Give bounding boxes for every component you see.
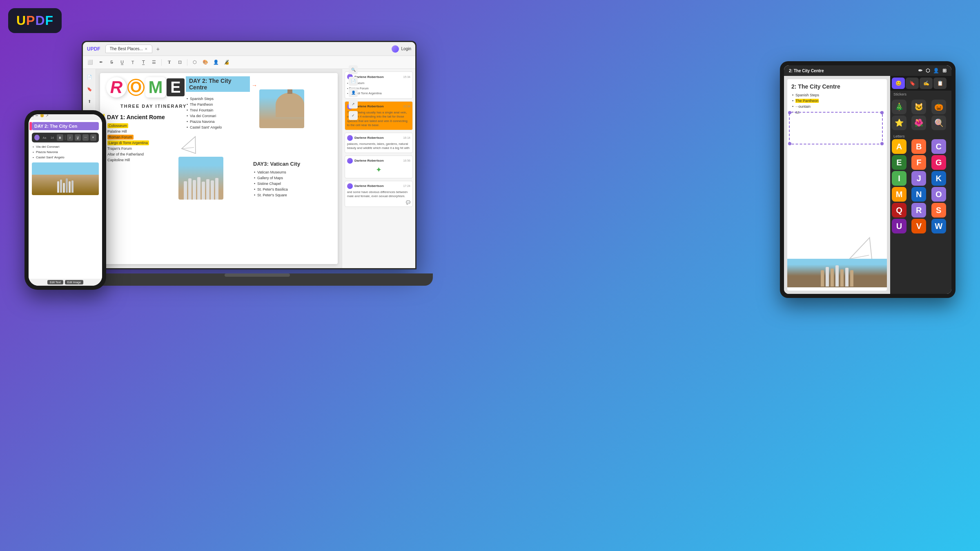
sticker-tab-stamp[interactable]: 🔖: [906, 78, 919, 89]
tablet-user-icon[interactable]: 👤: [933, 68, 939, 73]
column: [202, 182, 205, 200]
edit-text-button[interactable]: Edit Text: [47, 280, 63, 284]
toolbar-select-icon[interactable]: ⬜: [86, 58, 94, 67]
sticker-tab-emoji[interactable]: 😊: [892, 78, 905, 89]
sticker-tabs: 😊 🔖 ✍ 📋: [890, 76, 951, 91]
tab-close-icon[interactable]: ✕: [145, 47, 148, 51]
day2-box: DAY 2: The City Centre → Spanish Steps T…: [186, 76, 257, 130]
letter-E[interactable]: E: [892, 155, 906, 170]
letter-R[interactable]: R: [911, 203, 926, 218]
sidebar-upload-icon[interactable]: ⬆: [85, 97, 94, 106]
tablet-sticker-icon[interactable]: ⬡: [926, 68, 930, 73]
user-add-icon[interactable]: 👤: [349, 88, 358, 97]
letter-N[interactable]: N: [911, 187, 926, 202]
active-tab[interactable]: The Best Places... ✕: [105, 44, 152, 53]
letter-K[interactable]: K: [931, 171, 946, 186]
sticker-tab-other[interactable]: 📋: [933, 78, 947, 89]
page-icon[interactable]: 📄: [349, 77, 358, 86]
new-tab-button[interactable]: +: [154, 45, 162, 53]
login-button[interactable]: Login: [392, 45, 411, 53]
toolbar-strikethrough-icon[interactable]: S̶: [107, 58, 116, 67]
sticker-item[interactable]: 🍭: [931, 116, 946, 130]
bold-btn[interactable]: B: [57, 134, 63, 141]
tablet-grid-icon[interactable]: ⊞: [942, 68, 947, 73]
tablet-day2-list: Spanish Steps The Pantheon ···ountain az…: [791, 92, 883, 115]
phone-sticker-icon[interactable]: 😊: [40, 114, 44, 118]
italic-btn[interactable]: I: [67, 134, 73, 141]
column: [197, 177, 200, 200]
toolbar-text-icon[interactable]: T: [129, 58, 137, 67]
underline-btn[interactable]: U̲: [75, 134, 81, 141]
share-icon[interactable]: ↗: [349, 100, 358, 109]
laptop-inner: UPDF The Best Places... ✕ + Login ⬜ ✒ S̶: [83, 42, 415, 268]
phone-building-photo: [32, 162, 99, 195]
letter-C[interactable]: C: [931, 139, 946, 154]
more-btn[interactable]: ⋯: [82, 134, 89, 141]
toolbar-lock-icon[interactable]: 🔏: [223, 58, 231, 67]
toolbar-user-icon[interactable]: 👤: [212, 58, 220, 67]
column: [211, 180, 214, 200]
day1-title: DAY 1: Ancient Rome: [103, 114, 183, 120]
toolbar-list-icon[interactable]: ☰: [150, 58, 158, 67]
letter-M[interactable]: M: [892, 187, 906, 202]
sidebar-bookmark-icon[interactable]: 🔖: [85, 84, 94, 93]
toolbar-image-icon[interactable]: ⊡: [176, 58, 184, 67]
day2-list: Spanish Steps The Pantheon Trevi Fountai…: [186, 96, 257, 130]
selection-handle-bl[interactable]: [788, 142, 791, 145]
search-icon[interactable]: 🔍: [349, 69, 358, 74]
toolbar-heading-icon[interactable]: 𝐓: [165, 58, 173, 67]
comment-author-4: Darlene Robertson: [354, 159, 384, 162]
list-item: Gallery of Maps: [253, 175, 323, 181]
edit-image-button[interactable]: Edit Image: [65, 280, 83, 284]
letter-U[interactable]: U: [892, 219, 906, 233]
letter-G[interactable]: G: [931, 155, 946, 170]
sticker-tab-sign[interactable]: ✍: [920, 78, 933, 89]
letter-W[interactable]: W: [931, 219, 946, 233]
letter-J[interactable]: J: [911, 171, 926, 186]
close-format-btn[interactable]: ✕: [90, 134, 96, 141]
sticker-item[interactable]: 🌺: [911, 116, 926, 130]
sidebar-pages-icon[interactable]: 📄: [85, 72, 94, 81]
sticker-item[interactable]: 🎃: [931, 100, 946, 114]
letter-I[interactable]: I: [892, 171, 906, 186]
phone-home-icon[interactable]: ⊞: [31, 114, 34, 118]
check-icon[interactable]: ✓: [349, 111, 358, 120]
comment-header-4: Darlene Robertson 16:56: [347, 158, 410, 164]
letter-S[interactable]: S: [931, 203, 946, 218]
list-item: Via dei Coronari: [186, 113, 257, 119]
selection-handle-br[interactable]: [880, 142, 884, 145]
toolbar-pencil-icon[interactable]: ✒: [97, 58, 105, 67]
reply-icon[interactable]: 💬: [406, 200, 410, 204]
laptop-screen: UPDF The Best Places... ✕ + Login ⬜ ✒ S̶: [82, 41, 416, 269]
toolbar-text-box-icon[interactable]: T̲: [139, 58, 147, 67]
selection-handle-tl[interactable]: [788, 111, 791, 114]
colosseum-item: Colosseum: [107, 123, 128, 128]
phone-day2-list: Via dei Coronari Piazza Navona Castel Sa…: [32, 144, 99, 160]
letter-V[interactable]: V: [911, 219, 926, 233]
letter-O[interactable]: O: [931, 187, 946, 202]
letter-A[interactable]: A: [892, 139, 906, 154]
sticker-item[interactable]: 🎄: [892, 100, 906, 114]
list-item: Largo di Torre Argentina: [103, 140, 183, 146]
phone-share-icon[interactable]: ↗: [46, 114, 49, 118]
phone-edit-icon[interactable]: ✏: [36, 114, 38, 118]
rome-letter-m: M: [145, 77, 166, 98]
tablet-pencil-icon[interactable]: ✏: [918, 68, 922, 73]
column: [193, 180, 196, 200]
logo-letter-u: U: [16, 13, 26, 28]
tab-label: The Best Places...: [110, 47, 143, 51]
letter-F[interactable]: F: [911, 155, 926, 170]
largo-item: Largo di Torre Argentina: [107, 140, 149, 145]
column: [215, 178, 218, 200]
letter-B[interactable]: B: [911, 139, 926, 154]
logo-letter-p: P: [26, 13, 35, 28]
toolbar-underline-icon[interactable]: U̲: [118, 58, 126, 67]
laptop-base: [82, 273, 433, 286]
day1-box: DAY 1: Ancient Rome Colosseum Palatine H…: [103, 114, 183, 163]
letter-Q[interactable]: Q: [892, 203, 906, 218]
sticker-item[interactable]: 🐱: [911, 100, 926, 114]
color-picker-btn[interactable]: [34, 135, 40, 140]
sticker-item[interactable]: ⭐: [892, 116, 906, 130]
toolbar-color-icon[interactable]: 🎨: [201, 58, 209, 67]
toolbar-shape-icon[interactable]: ⬡: [191, 58, 199, 67]
